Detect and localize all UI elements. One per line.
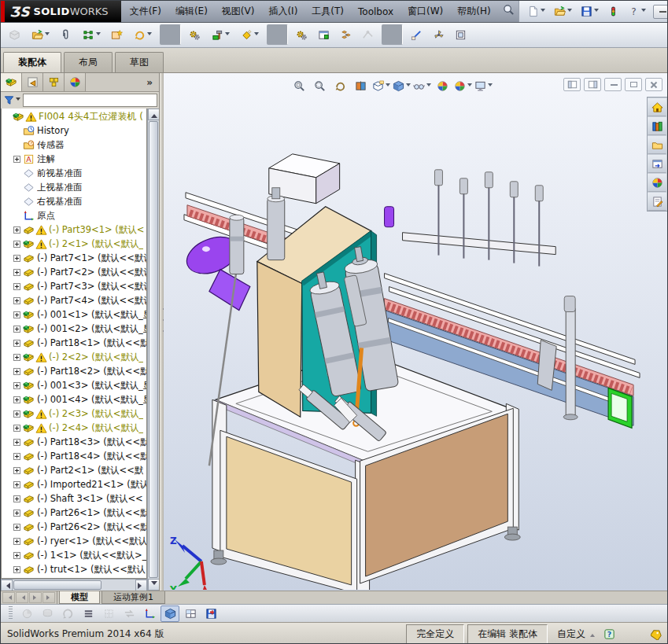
tree-horizontal-scrollbar[interactable] bbox=[1, 579, 147, 591]
command-tab[interactable]: 布局 bbox=[64, 52, 113, 72]
last-tab-button[interactable] bbox=[42, 592, 55, 603]
tree-row[interactable]: (-) Part7<2> (默认<<默认 bbox=[2, 265, 146, 279]
assembly-features-button[interactable] bbox=[206, 25, 234, 46]
rebuild-button[interactable] bbox=[604, 3, 623, 20]
expand-toggle[interactable] bbox=[13, 141, 21, 149]
study-tab[interactable]: 运动算例1 bbox=[101, 591, 165, 604]
tree-row[interactable]: (-) 001<3> (默认<默认_显 bbox=[2, 378, 146, 392]
expand-toggle[interactable] bbox=[13, 226, 20, 234]
tree-row[interactable]: 前视基准面 bbox=[2, 166, 146, 180]
move-component-button[interactable] bbox=[106, 25, 127, 46]
display-style-button[interactable] bbox=[392, 76, 412, 95]
menu-item[interactable]: 文件(F) bbox=[123, 2, 168, 21]
expand-toggle[interactable] bbox=[13, 269, 20, 276]
apply-scene-button[interactable] bbox=[453, 76, 473, 95]
help-button[interactable]: ? bbox=[625, 3, 650, 20]
expand-toggle[interactable] bbox=[13, 552, 20, 559]
filter-input[interactable] bbox=[23, 94, 157, 107]
show-hidden-components-button[interactable] bbox=[184, 25, 205, 46]
filter-icon[interactable] bbox=[2, 92, 21, 109]
instant3d-button[interactable] bbox=[450, 25, 471, 46]
tree-row[interactable]: (-) Part18<4> (默认<<默 bbox=[2, 449, 146, 463]
collapse-right-pane-button[interactable] bbox=[584, 78, 601, 91]
zoom-to-area-button[interactable] bbox=[310, 76, 330, 95]
tree-row[interactable]: History bbox=[2, 123, 146, 138]
tree-row[interactable]: (-) 1<1> (默认<<默认>_显 bbox=[2, 548, 146, 562]
scroll-thumb[interactable] bbox=[13, 580, 101, 590]
command-tab[interactable]: 草图 bbox=[115, 52, 164, 72]
expand-toggle[interactable] bbox=[13, 354, 20, 361]
expand-toggle[interactable] bbox=[13, 566, 20, 573]
tree-row[interactable]: (-) trut<1> (默认<<默认 bbox=[2, 562, 146, 576]
mass-properties-button[interactable] bbox=[17, 605, 36, 622]
tree-row[interactable]: 传感器 bbox=[2, 138, 146, 152]
motion-study-button[interactable] bbox=[291, 25, 312, 46]
hide-show-items-button[interactable] bbox=[412, 76, 432, 95]
study-tab[interactable]: 模型 bbox=[59, 591, 100, 604]
tree-row[interactable]: (-) Part18<3> (默认<<默 bbox=[2, 435, 146, 449]
tree-row[interactable]: (-) Part2<1> (默认<<默 bbox=[2, 463, 146, 477]
explode-line-sketch-button[interactable] bbox=[357, 25, 378, 46]
save-button[interactable] bbox=[578, 3, 603, 20]
expand-toggle[interactable] bbox=[13, 183, 21, 192]
expand-toggle[interactable] bbox=[13, 127, 21, 135]
expand-toggle[interactable] bbox=[13, 311, 20, 318]
custom-dropdown[interactable]: 自定义 bbox=[551, 625, 601, 643]
mate-button[interactable] bbox=[55, 25, 76, 46]
menu-item[interactable]: 插入(I) bbox=[261, 2, 304, 21]
expand-toggle[interactable] bbox=[13, 439, 20, 446]
tree-row[interactable]: FI004 4头4工位灌装机 ( bbox=[2, 109, 146, 123]
expand-toggle[interactable] bbox=[13, 156, 20, 163]
scroll-left-button[interactable] bbox=[1, 580, 13, 591]
menu-item[interactable]: 工具(T) bbox=[304, 2, 351, 21]
expand-toggle[interactable] bbox=[13, 382, 20, 389]
expand-toggle[interactable] bbox=[13, 326, 20, 333]
units-toggle-button[interactable] bbox=[120, 605, 138, 622]
menu-item[interactable]: 视图(V) bbox=[215, 2, 262, 21]
file-explorer-tab[interactable] bbox=[648, 135, 666, 154]
tree-row[interactable]: (-) 001<2> (默认<默认_显 bbox=[2, 322, 146, 336]
tree-row[interactable]: (-) 2<3> (默认<默认_ bbox=[2, 407, 146, 421]
sketch-modify-button[interactable] bbox=[58, 605, 77, 622]
line-display-button[interactable] bbox=[79, 605, 98, 622]
quick-tip-tag-icon[interactable] bbox=[648, 627, 664, 641]
first-tab-button[interactable] bbox=[2, 592, 15, 603]
tree-row[interactable]: (-) Part18<1> (默认<<默 bbox=[2, 336, 146, 350]
tree-row[interactable]: 原点 bbox=[2, 208, 146, 223]
restore-child-button[interactable] bbox=[625, 78, 642, 91]
expand-toggle[interactable] bbox=[13, 538, 20, 545]
tree-row[interactable]: (-) Imported21<1> (默认 bbox=[2, 477, 146, 491]
displaymanager-tab[interactable] bbox=[65, 73, 86, 91]
shaded-display-button[interactable] bbox=[161, 605, 179, 622]
quick-save-button[interactable] bbox=[201, 605, 220, 622]
smart-fasteners-button[interactable] bbox=[77, 25, 105, 46]
tree-row[interactable]: (-) ryer<1> (默认<<默认 bbox=[2, 534, 146, 548]
scroll-up-button[interactable] bbox=[148, 109, 159, 120]
home-tab[interactable] bbox=[648, 98, 666, 116]
menu-item[interactable]: Toolbox bbox=[351, 3, 400, 20]
display-states-button[interactable] bbox=[38, 605, 57, 622]
view-settings-button[interactable] bbox=[474, 76, 493, 95]
tree-row[interactable]: (-) Shaft 3<1> (默认<< bbox=[2, 491, 146, 506]
expand-toggle[interactable] bbox=[13, 368, 20, 375]
view-orientation-button[interactable] bbox=[371, 76, 391, 95]
tree-row[interactable]: (-) Part39<1> (默认< bbox=[2, 223, 146, 237]
rotate-component-button[interactable] bbox=[128, 25, 157, 46]
design-library-tab[interactable] bbox=[648, 116, 666, 135]
expand-toggle[interactable] bbox=[13, 524, 20, 531]
expand-toggle[interactable] bbox=[13, 241, 20, 248]
propertymanager-tab[interactable] bbox=[22, 73, 43, 91]
graphics-area[interactable]: Z Y X bbox=[164, 73, 667, 591]
reference-geometry-button[interactable] bbox=[235, 25, 264, 46]
expand-toggle[interactable] bbox=[13, 255, 20, 262]
minimize-button[interactable] bbox=[653, 5, 668, 19]
expand-toggle[interactable] bbox=[13, 340, 20, 347]
coordinate-system-button[interactable] bbox=[140, 605, 159, 622]
scroll-right-button[interactable] bbox=[135, 580, 147, 591]
custom-properties-tab[interactable] bbox=[648, 192, 666, 211]
tree-row[interactable]: (-) Part18<2> (默认<<默 bbox=[2, 364, 146, 378]
tree-vertical-scrollbar[interactable] bbox=[147, 109, 159, 591]
expand-toggle[interactable] bbox=[13, 495, 20, 502]
new-document-button[interactable] bbox=[524, 3, 549, 20]
panel-overflow-chevron[interactable]: » bbox=[140, 73, 159, 91]
